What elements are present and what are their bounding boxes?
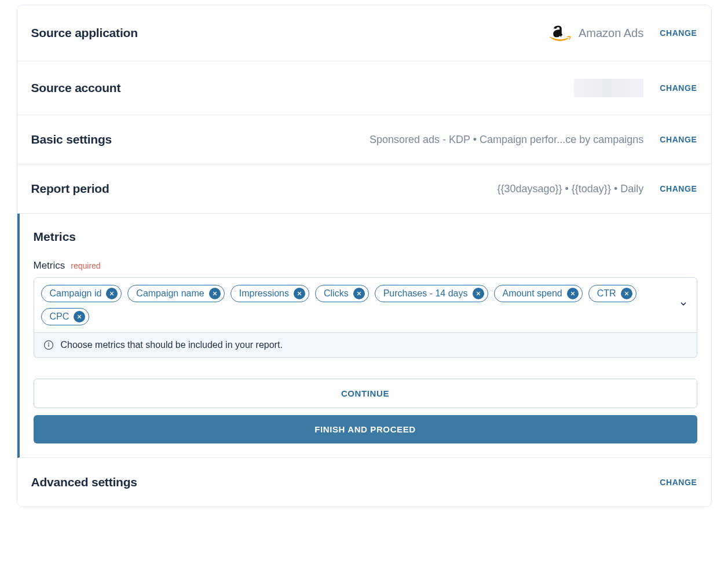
metric-chip: Impressions (231, 285, 309, 302)
metrics-multiselect[interactable]: Campaign idCampaign nameImpressionsClick… (34, 277, 697, 333)
source-account-value-redacted (574, 79, 643, 97)
chevron-down-icon[interactable] (677, 298, 690, 313)
section-advanced-settings: Advanced settings CHANGE (17, 458, 711, 507)
remove-chip-icon[interactable] (106, 288, 118, 299)
change-basic-settings-link[interactable]: CHANGE (660, 135, 697, 144)
amazon-ads-icon (550, 23, 570, 43)
metric-chip: Clicks (315, 285, 369, 302)
advanced-settings-right: CHANGE (660, 478, 697, 487)
remove-chip-icon[interactable] (353, 288, 365, 299)
remove-chip-icon[interactable] (567, 288, 579, 299)
remove-chip-icon[interactable] (621, 288, 632, 299)
basic-settings-right: Sponsored ads - KDP • Campaign perfor...… (370, 134, 697, 146)
metric-chip-label: Impressions (239, 288, 289, 299)
metrics-field-label: Metrics (34, 260, 65, 272)
section-report-period: Report period {{30daysago}} • {{today}} … (17, 164, 711, 214)
change-report-period-link[interactable]: CHANGE (660, 184, 697, 193)
metrics-required-tag: required (71, 261, 100, 270)
section-basic-settings: Basic settings Sponsored ads - KDP • Cam… (17, 115, 711, 164)
metric-chip: CPC (41, 308, 90, 325)
metric-chip: Campaign id (41, 285, 122, 302)
config-panel: Source application Amazon Ads CHANGE Sou… (17, 5, 712, 507)
metric-chip-label: CTR (597, 288, 616, 299)
basic-settings-title: Basic settings (31, 133, 112, 146)
info-icon (43, 340, 54, 350)
change-advanced-settings-link[interactable]: CHANGE (660, 478, 697, 487)
metric-chip-label: Clicks (324, 288, 349, 299)
remove-chip-icon[interactable] (294, 288, 305, 299)
metrics-field-label-row: Metrics required (34, 260, 697, 272)
remove-chip-icon[interactable] (473, 288, 484, 299)
svg-point-18 (48, 343, 49, 343)
metric-chip-label: Purchases - 14 days (383, 288, 468, 299)
report-period-right: {{30daysago}} • {{today}} • Daily CHANGE (497, 183, 697, 195)
metric-chip: Purchases - 14 days (375, 285, 488, 302)
metric-chip: CTR (588, 285, 636, 302)
advanced-settings-title: Advanced settings (31, 475, 137, 489)
metrics-heading: Metrics (34, 230, 697, 244)
change-source-account-link[interactable]: CHANGE (660, 83, 697, 93)
metric-chip-label: Amount spend (503, 288, 562, 299)
source-application-name: Amazon Ads (579, 27, 643, 40)
metric-chip: Campaign name (127, 285, 224, 302)
metrics-helper-text: Choose metrics that should be included i… (61, 340, 283, 350)
source-account-right: CHANGE (574, 79, 697, 97)
source-application-right: Amazon Ads CHANGE (550, 23, 697, 43)
section-source-account: Source account CHANGE (17, 61, 711, 115)
metric-chip: Amount spend (494, 285, 583, 302)
metric-chip-label: Campaign id (50, 288, 102, 299)
source-account-title: Source account (31, 81, 121, 95)
metric-chip-label: CPC (50, 311, 69, 322)
finish-and-proceed-button[interactable]: FINISH AND PROCEED (34, 415, 697, 443)
source-application-info: Amazon Ads (550, 23, 643, 43)
report-period-title: Report period (31, 182, 109, 196)
source-application-title: Source application (31, 26, 138, 40)
continue-button[interactable]: CONTINUE (34, 379, 697, 408)
change-source-application-link[interactable]: CHANGE (660, 28, 697, 38)
remove-chip-icon[interactable] (209, 288, 221, 299)
section-metrics: Metrics Metrics required Campaign idCamp… (17, 214, 711, 458)
remove-chip-icon[interactable] (74, 311, 85, 322)
section-source-application: Source application Amazon Ads CHANGE (17, 5, 711, 61)
report-period-summary: {{30daysago}} • {{today}} • Daily (497, 183, 643, 195)
metrics-helper: Choose metrics that should be included i… (34, 333, 697, 358)
basic-settings-summary: Sponsored ads - KDP • Campaign perfor...… (370, 134, 643, 146)
metric-chip-label: Campaign name (136, 288, 204, 299)
